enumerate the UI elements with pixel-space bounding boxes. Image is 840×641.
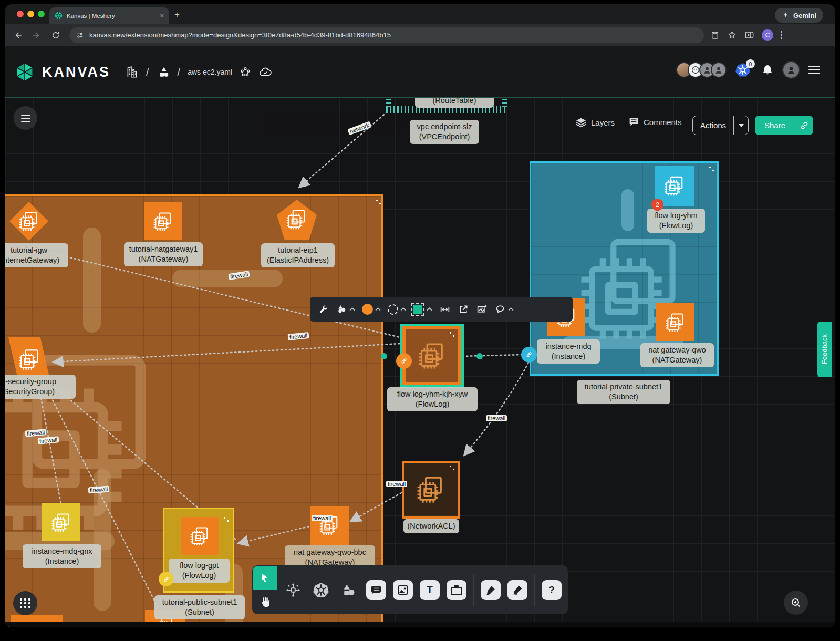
node-label-public-subnet[interactable]: tutorial-public-subnet1(Subnet) <box>154 595 245 619</box>
node-label-flow-log-selected[interactable]: flow log-yhm-kjh-xyw(FlowLog) <box>387 387 478 411</box>
organization-icon[interactable] <box>125 65 139 79</box>
resize-handle-icon[interactable] <box>376 200 381 205</box>
design-canvas[interactable]: (RouteTable) vpc endpoint-slz(VPCEndpoin… <box>5 97 835 627</box>
node-nat-gateway-bbc[interactable] <box>310 506 349 545</box>
node-instance-gnx[interactable] <box>42 503 80 541</box>
collaborator-avatar[interactable] <box>711 62 727 78</box>
maximize-window-button[interactable] <box>38 11 45 17</box>
resize-handle-icon[interactable] <box>224 517 229 522</box>
grid-icon <box>20 598 31 608</box>
open-external-icon[interactable] <box>458 304 469 315</box>
select-tool-button[interactable] <box>253 566 277 590</box>
side-panel-icon[interactable] <box>744 30 754 40</box>
user-avatar[interactable] <box>782 61 800 79</box>
layers-button[interactable]: Layers <box>575 117 615 128</box>
node-label-flow-log-gpt[interactable]: flow log-gpt(FlowLog) <box>169 559 230 583</box>
save-icon[interactable] <box>710 30 720 40</box>
mesh-designer-tool[interactable] <box>283 580 304 601</box>
bookmark-star-icon[interactable] <box>727 30 737 40</box>
configure-wrench-icon[interactable] <box>317 304 329 315</box>
node-label-security-group[interactable]: al-security-group(SecurityGroup) <box>5 375 76 399</box>
selection-style-menu[interactable] <box>413 305 432 314</box>
widgets-button[interactable] <box>13 591 37 615</box>
node-label-network-acl[interactable]: (NetworkACL) <box>403 519 459 533</box>
copy-link-button[interactable] <box>795 116 813 135</box>
node-nat-gateway-qwo[interactable] <box>656 303 694 341</box>
share-button[interactable]: Share <box>755 116 813 135</box>
feedback-tab[interactable]: Feedback <box>817 322 832 377</box>
text-tool[interactable]: T <box>420 580 440 600</box>
help-button[interactable]: ? <box>542 580 562 600</box>
edge-handle[interactable] <box>521 347 537 363</box>
kanvas-logo-icon[interactable] <box>15 62 35 82</box>
node-cutoff[interactable] <box>11 615 63 627</box>
connection-dot[interactable] <box>381 353 387 359</box>
chevron-up-icon <box>508 307 514 311</box>
chip-icon <box>663 311 687 334</box>
chrome-menu-icon[interactable] <box>781 31 782 39</box>
browser-toolbar: kanvas.new/extension/meshmap?mode=design… <box>5 24 835 46</box>
canvas-menu-button[interactable] <box>14 106 37 130</box>
node-label-instance-mdq[interactable]: instance-mdq(Instance) <box>537 339 600 364</box>
node-nat-gateway-1[interactable] <box>144 202 182 240</box>
minimize-window-button[interactable] <box>27 11 34 17</box>
share-label: Share <box>755 116 795 135</box>
close-tab-icon[interactable]: × <box>160 12 164 19</box>
add-image-icon[interactable] <box>476 304 488 315</box>
fill-color-menu[interactable] <box>362 304 381 315</box>
edge-handle[interactable] <box>396 353 412 369</box>
border-style-menu[interactable] <box>388 304 406 315</box>
pan-tool-button[interactable] <box>253 590 277 614</box>
notifications-bell-icon[interactable] <box>761 64 774 76</box>
zoom-button[interactable] <box>784 591 808 615</box>
comments-button[interactable]: Comments <box>628 117 682 128</box>
cloud-sync-icon[interactable] <box>258 65 272 79</box>
resize-width-icon[interactable] <box>439 304 451 315</box>
node-label-flow-log-yhm[interactable]: flow log-yhm(FlowLog) <box>647 209 705 233</box>
node-label-igw[interactable]: tutorial-igw(InternetGateway) <box>5 243 68 267</box>
shapes-tool[interactable] <box>338 580 359 601</box>
node-label-natgateway-qwo[interactable]: nat gateway-qwo(NATGateway) <box>640 343 714 367</box>
flow-log-gpt-handle[interactable] <box>159 572 173 586</box>
node-label-eip1[interactable]: tutorial-eip1(ElasticIPAddress) <box>261 243 335 267</box>
node-flow-log-gpt-chip[interactable] <box>181 517 219 555</box>
resize-handle-icon[interactable] <box>450 332 455 337</box>
notification-count-badge[interactable]: 2 <box>651 199 663 211</box>
node-label-route-table[interactable]: (RouteTable) <box>415 97 494 108</box>
chrome-profile-avatar[interactable]: C <box>762 29 773 41</box>
address-bar[interactable]: kanvas.new/extension/meshmap?mode=design… <box>69 27 704 43</box>
app-menu-icon[interactable] <box>808 66 820 74</box>
connection-dot[interactable] <box>476 353 483 359</box>
comment-tool[interactable] <box>366 580 386 600</box>
shapes-menu[interactable] <box>336 304 355 315</box>
back-button[interactable] <box>12 29 24 42</box>
note-tool[interactable] <box>447 580 466 600</box>
image-tool[interactable] <box>393 580 413 600</box>
node-label-private-subnet[interactable]: tutorial-private-subnet1(Subnet) <box>577 380 670 404</box>
node-label-instance-gnx[interactable]: instance-mdq-gnx(Instance) <box>23 544 101 568</box>
kubernetes-context[interactable]: 0 <box>735 62 753 78</box>
design-actions-icon[interactable] <box>240 66 251 78</box>
lasso-tool-menu[interactable] <box>494 304 514 315</box>
close-window-button[interactable] <box>17 11 24 17</box>
breadcrumb-separator: / <box>146 66 149 78</box>
node-label-vpc-endpoint[interactable]: vpc endpoint-slz(VPCEndpoint) <box>410 120 479 144</box>
node-label-natgateway1[interactable]: tutorial-natgateway1(NATGateway) <box>124 242 203 266</box>
edge-label-firewall: firewall <box>386 481 407 487</box>
site-settings-icon[interactable] <box>76 31 84 39</box>
collaborator-avatars[interactable] <box>676 62 727 78</box>
browser-tab[interactable]: Kanvas | Meshery × <box>49 7 169 24</box>
new-tab-button[interactable]: + <box>174 9 180 20</box>
kubernetes-tool[interactable] <box>310 580 331 601</box>
actions-button[interactable]: Actions <box>692 116 749 135</box>
resize-handle-icon[interactable] <box>709 167 714 172</box>
design-file-name[interactable]: aws ec2.yaml <box>188 68 232 76</box>
actions-dropdown[interactable] <box>734 116 748 135</box>
freehand-draw-tool[interactable] <box>507 580 527 600</box>
gemini-button[interactable]: Gemini <box>775 8 823 23</box>
workspace-shapes-icon[interactable] <box>157 65 170 79</box>
resize-handle-icon[interactable] <box>450 466 455 471</box>
forward-button[interactable] <box>30 29 43 42</box>
reload-button[interactable] <box>49 29 62 42</box>
annotate-pen-tool[interactable] <box>481 580 501 600</box>
